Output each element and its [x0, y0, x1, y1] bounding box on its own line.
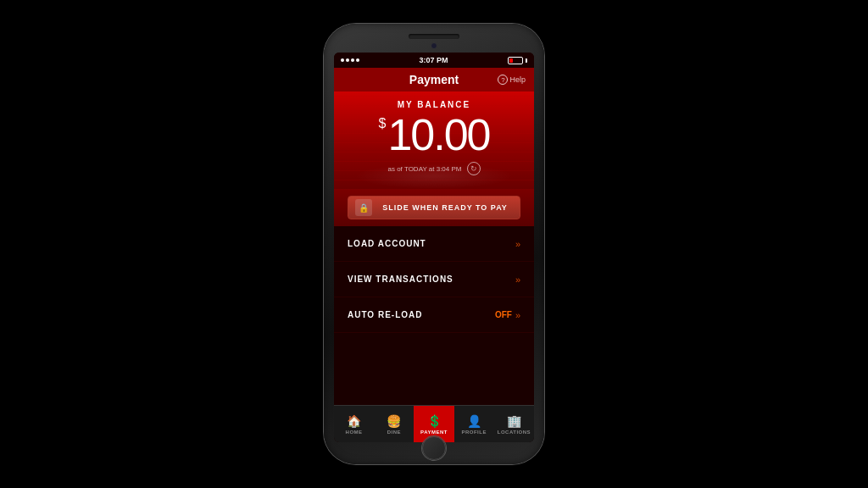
home-icon: 🏠 [347, 414, 361, 428]
dine-icon: 🍔 [387, 414, 401, 428]
menu-label-view-transactions: VIEW TRANSACTIONS [348, 274, 453, 284]
currency-symbol: $ [378, 116, 386, 131]
nav-bar: Payment ? Help [334, 68, 534, 92]
menu-label-load-account: LOAD ACCOUNT [348, 239, 426, 248]
tab-dine[interactable]: 🍔 DINE [374, 406, 414, 442]
tab-dine-label: DINE [387, 430, 401, 435]
auto-reload-value: OFF [495, 310, 512, 319]
menu-item-auto-reload[interactable]: AUTO RE-LOAD OFF » [334, 297, 534, 333]
tab-profile-label: PROFILE [461, 430, 487, 435]
phone-screen: 3:07 PM Payment ? Help MY BALANCE $ 10.0… [334, 53, 534, 442]
tab-profile[interactable]: 👤 PROFILE [454, 406, 494, 442]
status-time: 3:07 PM [419, 56, 448, 64]
balance-section: MY BALANCE $ 10.00 as of TODAY at 3:04 P… [334, 92, 534, 189]
menu-label-auto-reload: AUTO RE-LOAD [348, 310, 422, 319]
balance-amount-row: $ 10.00 [348, 113, 520, 157]
menu-item-view-transactions[interactable]: VIEW TRANSACTIONS » [334, 262, 534, 297]
tab-home[interactable]: 🏠 HOME [334, 406, 374, 442]
phone-speaker [409, 34, 459, 39]
tab-payment-label: PAYMENT [420, 430, 448, 435]
phone-outer: 3:07 PM Payment ? Help MY BALANCE $ 10.0… [324, 24, 544, 464]
balance-amount: 10.00 [387, 113, 489, 157]
tab-locations-label: LOCATIONS [498, 430, 531, 435]
locations-icon: 🏢 [507, 414, 521, 428]
timestamp-text: as of TODAY at 3:04 PM [387, 165, 461, 173]
refresh-button[interactable]: ↻ [467, 162, 481, 175]
balance-timestamp-row: as of TODAY at 3:04 PM ↻ [348, 162, 520, 175]
my-balance-label: MY BALANCE [348, 100, 520, 109]
tab-home-label: HOME [346, 430, 363, 435]
chevron-load-account: » [515, 239, 520, 249]
home-button[interactable] [422, 436, 446, 460]
slide-btn-text: SLIDE WHEN READY TO PAY [377, 203, 513, 212]
signal-dots [341, 58, 359, 62]
slide-to-pay-button[interactable]: 🔒 SLIDE WHEN READY TO PAY [348, 196, 520, 219]
chevron-view-transactions: » [515, 274, 520, 285]
lock-icon: 🔒 [355, 199, 372, 216]
payment-icon: 💲 [427, 414, 442, 428]
phone-camera [431, 42, 437, 49]
status-bar: 3:07 PM [334, 53, 534, 68]
menu-section: LOAD ACCOUNT » VIEW TRANSACTIONS » AUTO … [334, 226, 534, 405]
tab-locations[interactable]: 🏢 LOCATIONS [494, 406, 534, 442]
menu-item-load-account[interactable]: LOAD ACCOUNT » [334, 226, 534, 262]
home-button-area [334, 442, 534, 454]
chevron-auto-reload: » [515, 310, 520, 320]
help-button[interactable]: ? Help [498, 75, 526, 85]
slide-btn-container: 🔒 SLIDE WHEN READY TO PAY [334, 189, 534, 226]
profile-icon: 👤 [467, 414, 481, 428]
battery-indicator [508, 57, 527, 64]
